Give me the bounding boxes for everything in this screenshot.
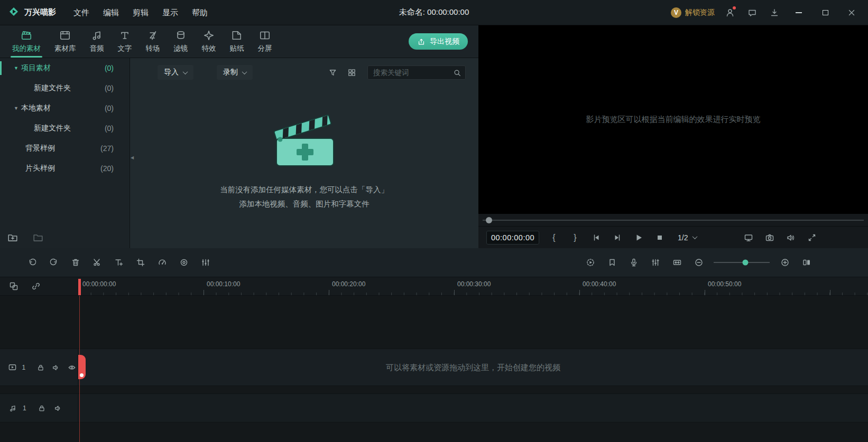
manage-tracks-button[interactable]	[7, 280, 20, 293]
crop-button[interactable]	[130, 253, 151, 272]
marker-button[interactable]	[601, 253, 623, 272]
expand-arrow-icon[interactable]: ▼	[14, 106, 21, 111]
stop-button[interactable]	[649, 230, 670, 246]
lock-track-button[interactable]	[34, 361, 47, 374]
filter-media-button[interactable]	[325, 65, 340, 80]
display-device-button[interactable]	[738, 230, 759, 246]
search-box	[367, 65, 466, 80]
sidebar-item-project-media[interactable]: ▼ 项目素材 (0)	[0, 58, 130, 78]
timeline-track-tools	[0, 277, 78, 295]
close-button[interactable]	[843, 5, 861, 21]
lock-icon	[36, 363, 45, 372]
split-screen-icon	[259, 30, 271, 41]
tab-audio[interactable]: 音频	[83, 25, 111, 58]
mute-track-button[interactable]	[50, 361, 62, 374]
color-button[interactable]	[173, 253, 195, 272]
next-frame-button[interactable]	[607, 230, 628, 246]
search-icon[interactable]	[453, 69, 461, 77]
playhead-handle[interactable]	[78, 279, 81, 295]
fullscreen-button[interactable]	[801, 230, 823, 246]
timeline-ruler[interactable]: 00:00:00:00 00:00:10:00 00:00:20:00 00:0…	[78, 277, 868, 295]
menu-view[interactable]: 显示	[155, 0, 185, 25]
audio-mixer-button[interactable]	[644, 253, 666, 272]
video-track-lane[interactable]: 可以将素材或资源拖动到这里，开始创建您的视频	[78, 349, 868, 385]
tab-my-media[interactable]: 我的素材	[5, 25, 48, 58]
preview-seekbar[interactable]	[478, 214, 868, 226]
export-button[interactable]: 导出视频	[409, 33, 468, 50]
toggle-track-visibility-button[interactable]	[66, 361, 78, 374]
grid-view-icon	[347, 68, 356, 77]
tab-transition[interactable]: 转场	[139, 25, 167, 58]
dual-view-button[interactable]	[796, 253, 817, 272]
snapshot-button[interactable]	[759, 230, 780, 246]
playhead-grip[interactable]	[78, 355, 86, 379]
sidebar-item-background-samples[interactable]: 背景样例 (27)	[0, 138, 130, 158]
minimize-button[interactable]	[790, 5, 808, 21]
notification-dot	[733, 6, 736, 10]
mute-track-button[interactable]	[52, 402, 64, 415]
sidebar-item-new-folder-1[interactable]: 新建文件夹 (0)	[0, 78, 130, 98]
zoom-in-button[interactable]	[774, 253, 796, 272]
timeline-area[interactable]: 1 可以将素材或资源拖动到这里，开始创建您的视频 1	[0, 296, 868, 442]
tab-text[interactable]: 文字	[111, 25, 139, 58]
lock-track-button[interactable]	[35, 402, 48, 415]
split-button[interactable]	[86, 253, 108, 272]
mark-in-button[interactable]: {	[543, 233, 565, 242]
add-folder-button[interactable]	[7, 232, 18, 243]
sidebar-item-new-folder-2[interactable]: 新建文件夹 (0)	[0, 118, 130, 138]
zoom-slider-thumb[interactable]	[743, 260, 749, 266]
render-preview-button[interactable]	[579, 253, 601, 272]
adjust-button[interactable]	[195, 253, 216, 272]
preview-hint: 影片预览区可以根据当前编辑的效果进行实时预览	[586, 115, 761, 125]
volume-button[interactable]	[780, 230, 801, 246]
view-mode-button[interactable]	[344, 65, 359, 80]
seekbar-thumb[interactable]	[486, 217, 492, 223]
tab-filter[interactable]: 滤镜	[167, 25, 195, 58]
sidebar-item-intro-samples[interactable]: 片头样例 (20)	[0, 158, 130, 178]
maximize-button[interactable]	[816, 5, 834, 21]
audio-track-header: 1	[0, 394, 78, 422]
undo-button[interactable]	[21, 253, 43, 272]
unlock-resources-button[interactable]: V 解锁资源	[671, 7, 715, 18]
sidebar-item-local-media[interactable]: ▼ 本地素材 (0)	[0, 98, 130, 118]
fit-timeline-button[interactable]	[666, 253, 688, 272]
menu-clip[interactable]: 剪辑	[126, 0, 155, 25]
voiceover-button[interactable]	[623, 253, 644, 272]
prev-frame-button[interactable]	[586, 230, 607, 246]
empty-hint-line2: 添加本地视频、音频、图片和字幕文件	[239, 197, 370, 211]
menu-file[interactable]: 文件	[67, 0, 96, 25]
my-media-icon	[21, 30, 32, 41]
sidebar-item-label: 新建文件夹	[34, 83, 71, 93]
record-button[interactable]: 录制	[217, 65, 253, 80]
expand-arrow-icon[interactable]: ▼	[14, 65, 21, 71]
tab-stickers[interactable]: 贴纸	[223, 25, 251, 58]
effects-icon	[203, 30, 215, 41]
tab-effects[interactable]: 特效	[195, 25, 223, 58]
audio-track-lane[interactable]	[78, 394, 868, 422]
redo-button[interactable]	[43, 253, 64, 272]
tab-split-screen[interactable]: 分屏	[251, 25, 279, 58]
import-button[interactable]: 导入	[158, 65, 193, 80]
tab-media-library[interactable]: 素材库	[48, 25, 83, 58]
feedback-button[interactable]	[745, 6, 759, 20]
sidebar-collapse-handle[interactable]: ◀	[129, 147, 135, 168]
link-clips-button[interactable]	[30, 280, 42, 293]
account-button[interactable]	[723, 6, 737, 20]
preview-quality-dropdown[interactable]: 1/2	[678, 233, 697, 242]
speed-button[interactable]	[151, 253, 173, 272]
color-circle-icon	[179, 258, 189, 267]
menu-edit[interactable]: 编辑	[96, 0, 126, 25]
timeline-zoom-slider[interactable]	[714, 262, 770, 263]
play-button[interactable]	[628, 230, 649, 246]
search-input[interactable]	[368, 69, 482, 77]
app-window: 万兴喵影 文件 编辑 剪辑 显示 帮助 未命名: 00:00:00:00 V 解…	[0, 0, 868, 442]
zoom-out-button[interactable]	[688, 253, 709, 272]
menu-help[interactable]: 帮助	[185, 0, 215, 25]
add-text-button[interactable]	[108, 253, 130, 272]
sidebar-item-label: 项目素材	[21, 63, 51, 73]
mark-out-button[interactable]: }	[565, 233, 586, 242]
delete-folder-button[interactable]	[33, 232, 43, 243]
menubar: 文件 编辑 剪辑 显示 帮助	[67, 0, 215, 25]
download-button[interactable]	[768, 6, 781, 20]
delete-button[interactable]	[64, 253, 86, 272]
